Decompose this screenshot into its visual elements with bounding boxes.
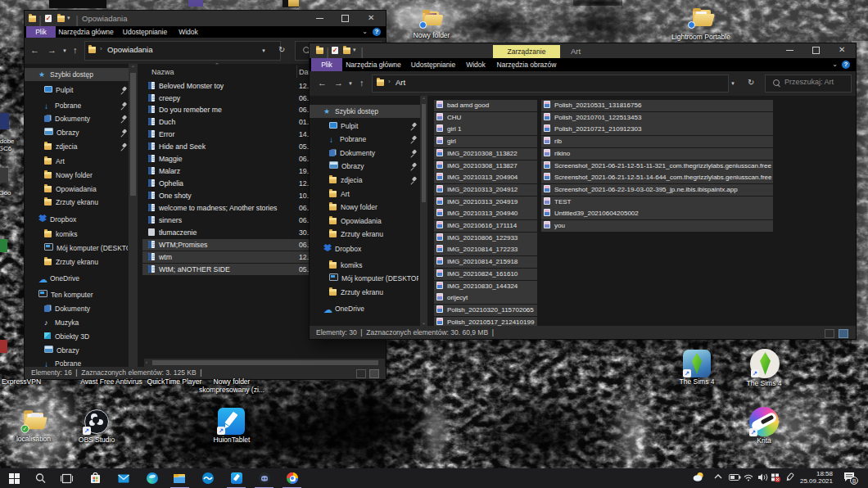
- svg-text:B: B: [852, 478, 857, 484]
